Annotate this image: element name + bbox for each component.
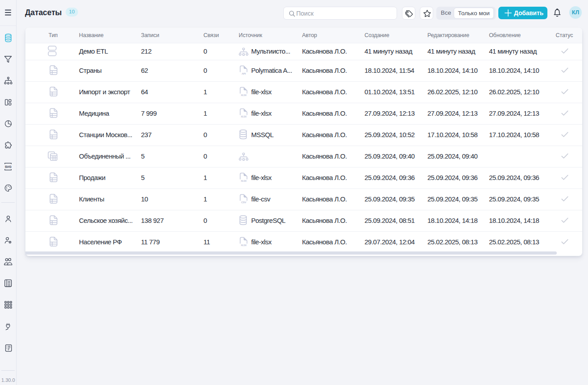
svg-text:API: API: [242, 72, 246, 75]
svg-text:XLSX: XLSX: [241, 94, 247, 96]
svg-text:CSV: CSV: [241, 201, 247, 204]
svg-text:SVG: SVG: [5, 165, 12, 169]
svg-text:XLSX: XLSX: [241, 244, 247, 247]
svg-text:XLSX: XLSX: [241, 115, 247, 118]
svg-text:XLSX: XLSX: [241, 180, 247, 182]
